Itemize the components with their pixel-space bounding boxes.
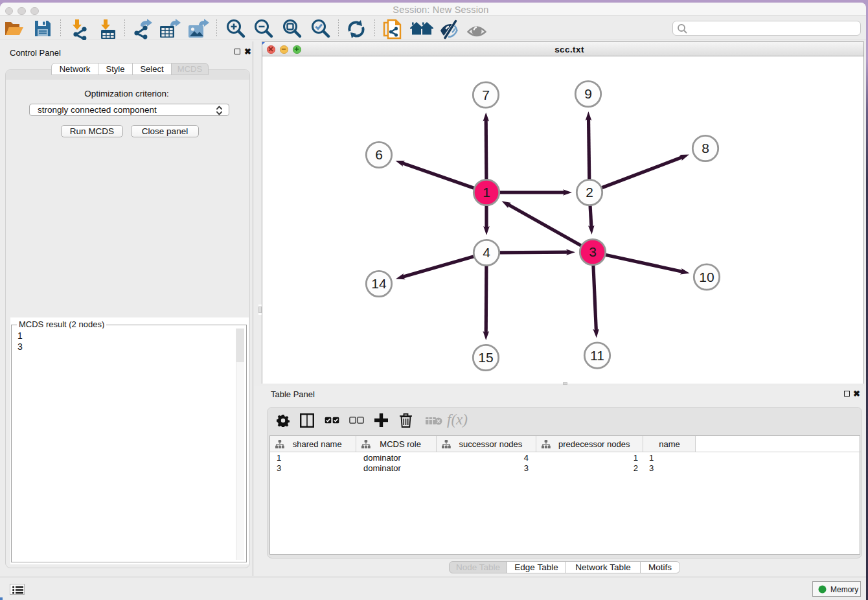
svg-text:14: 14: [371, 276, 387, 291]
svg-text:7: 7: [482, 87, 490, 102]
svg-text:15: 15: [478, 350, 493, 365]
svg-text:3: 3: [589, 244, 597, 259]
svg-text:10: 10: [699, 270, 714, 284]
svg-text:2: 2: [586, 185, 593, 200]
svg-text:8: 8: [702, 141, 709, 156]
svg-text:9: 9: [584, 86, 592, 101]
svg-text:11: 11: [590, 348, 604, 363]
svg-text:4: 4: [483, 245, 490, 260]
svg-text:1: 1: [483, 185, 490, 200]
svg-text:6: 6: [375, 147, 383, 162]
